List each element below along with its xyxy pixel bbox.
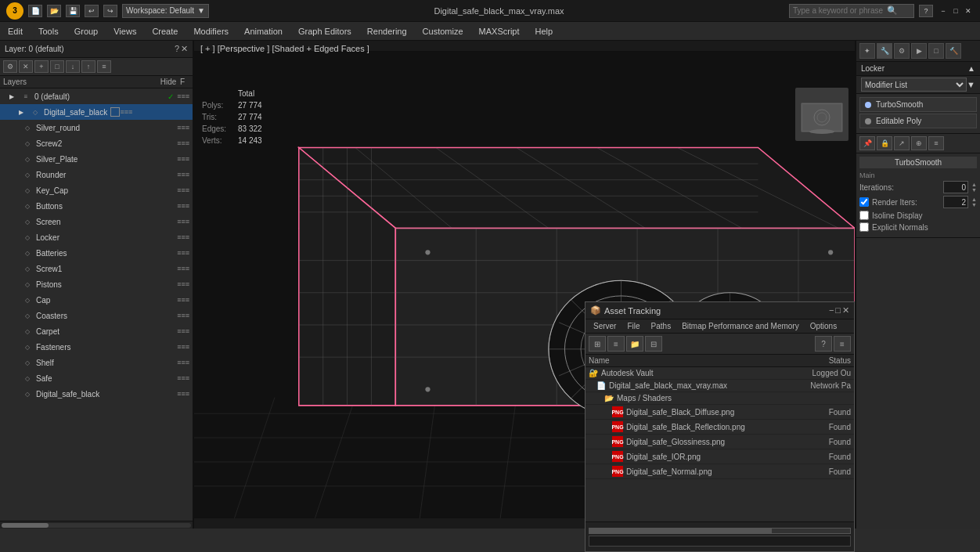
menu-modifiers[interactable]: Modifiers	[186, 24, 236, 38]
modifier-editablepoly[interactable]: Editable Poly	[859, 114, 977, 128]
menu-create[interactable]: Create	[144, 24, 186, 38]
asset-tb-grid[interactable]: ⊞	[589, 336, 606, 352]
asset-menu-file[interactable]: File	[622, 321, 644, 331]
menu-graph-editors[interactable]: Graph Editors	[290, 24, 359, 38]
layer-item[interactable]: ◇ Key_Cap ≡≡≡	[0, 182, 193, 198]
layer-item[interactable]: ◇ Fasteners ≡≡≡	[0, 339, 193, 355]
layer-item[interactable]: ◇ Batteries ≡≡≡	[0, 245, 193, 261]
scrollbar-thumb[interactable]	[2, 523, 49, 528]
asset-close-button[interactable]: ✕	[842, 305, 849, 316]
asset-maximize-button[interactable]: □	[835, 305, 841, 316]
layers-delete-button[interactable]: ✕	[19, 60, 33, 73]
ts-iterations-input[interactable]	[943, 181, 968, 193]
layer-item[interactable]: ◇ Digital_safe_black ≡≡≡	[0, 386, 193, 402]
create-icon[interactable]: ✦	[859, 43, 875, 59]
layer-item[interactable]: ◇ Screw1 ≡≡≡	[0, 261, 193, 276]
ts-up-arrow[interactable]: ▲	[971, 182, 977, 187]
mod-lock-button[interactable]: 🔒	[877, 136, 892, 150]
menu-edit[interactable]: Edit	[0, 24, 31, 38]
layers-move-up-button[interactable]: ↑	[81, 60, 95, 73]
search-bar[interactable]: 🔍	[789, 4, 914, 18]
modifier-list-select[interactable]: Modifier List	[861, 78, 967, 92]
ts-isoline-check[interactable]	[859, 211, 869, 220]
ts-renderiters-check[interactable]	[859, 197, 869, 207]
layer-item[interactable]: ◇ Buttons ≡≡≡	[0, 198, 193, 214]
ts-explicit-check[interactable]	[859, 222, 869, 232]
motion-icon[interactable]: ▶	[911, 43, 927, 59]
hierarchy-icon[interactable]: ⚙	[894, 43, 910, 59]
layers-move-button[interactable]: ↓	[66, 60, 80, 73]
menu-tools[interactable]: Tools	[31, 24, 67, 38]
layer-item[interactable]: ◇ Cap ≡≡≡	[0, 292, 193, 308]
layers-select-button[interactable]: □	[50, 60, 64, 73]
save-file-button[interactable]: 💾	[66, 5, 80, 17]
layer-item[interactable]: ◇ Rounder ≡≡≡	[0, 167, 193, 182]
asset-minimize-button[interactable]: −	[829, 305, 834, 316]
new-file-button[interactable]: 📄	[28, 5, 42, 17]
layer-item[interactable]: ◇ Screw2 ≡≡≡	[0, 135, 193, 151]
search-input[interactable]	[793, 6, 887, 15]
layer-item[interactable]: ◇ Coasters ≡≡≡	[0, 308, 193, 323]
undo-button[interactable]: ↩	[85, 5, 99, 17]
asset-tb-list[interactable]: ≡	[607, 336, 625, 352]
asset-menu-bitmap[interactable]: Bitmap Performance and Memory	[677, 321, 804, 331]
utilities-icon[interactable]: 🔨	[946, 43, 961, 59]
layer-item[interactable]: ▶ ◇ Digital_safe_black ≡≡≡	[0, 104, 193, 120]
asset-tb-folder[interactable]: 📁	[626, 336, 643, 352]
layers-add-button[interactable]: +	[34, 60, 49, 73]
ts-down-arrow[interactable]: ▼	[971, 202, 977, 207]
asset-tb-options[interactable]: ≡	[834, 336, 851, 352]
menu-help[interactable]: Help	[528, 24, 561, 38]
menu-animation[interactable]: Animation	[236, 24, 290, 38]
ts-up-arrow[interactable]: ▲	[971, 197, 977, 202]
layer-item[interactable]: ◇ Safe ≡≡≡	[0, 370, 193, 386]
maximize-button[interactable]: □	[950, 5, 961, 16]
menu-views[interactable]: Views	[106, 24, 144, 38]
asset-row[interactable]: 📄 Digital_safe_black_max_vray.max Networ…	[585, 380, 854, 392]
redo-button[interactable]: ↪	[103, 5, 117, 17]
asset-row[interactable]: PNG Digital_safe_Black_Diffuse.png Found	[585, 405, 854, 420]
layer-item[interactable]: ◇ Silver_round ≡≡≡	[0, 120, 193, 135]
layer-item[interactable]: ◇ Silver_Plate ≡≡≡	[0, 151, 193, 167]
mod-pin-button[interactable]: 📌	[859, 136, 875, 150]
workspace-dropdown[interactable]: Workspace: Default ▼	[122, 4, 209, 18]
layers-help-button[interactable]: ?	[175, 44, 179, 54]
asset-menu-paths[interactable]: Paths	[647, 321, 676, 331]
modifier-turbsmooth[interactable]: TurboSmooth	[859, 97, 977, 112]
layers-options-button[interactable]: ≡	[97, 60, 111, 73]
display-icon[interactable]: □	[928, 43, 944, 59]
asset-row[interactable]: PNG Digital_safe_Black_Reflection.png Fo…	[585, 420, 854, 435]
open-file-button[interactable]: 📂	[47, 5, 61, 17]
layers-close-button[interactable]: ✕	[181, 44, 188, 54]
help-button[interactable]: ?	[919, 5, 933, 17]
asset-menu-options[interactable]: Options	[805, 321, 841, 331]
asset-row[interactable]: 📂 Maps / Shaders	[585, 392, 854, 405]
mod-options-button[interactable]: ≡	[928, 136, 944, 150]
layer-item[interactable]: ◇ Screen ≡≡≡	[0, 214, 193, 229]
asset-tb-help[interactable]: ?	[815, 336, 832, 352]
asset-row[interactable]: PNG Digital_safe_Glossiness.png Found	[585, 435, 854, 449]
asset-menu-server[interactable]: Server	[589, 321, 621, 331]
ts-down-arrow[interactable]: ▼	[971, 187, 977, 193]
asset-tb-table[interactable]: ⊟	[645, 336, 662, 352]
layers-settings-button[interactable]: ⚙	[3, 60, 17, 73]
asset-row[interactable]: PNG Digital_safe_IOR.png Found	[585, 449, 854, 464]
menu-maxscript[interactable]: MAXScript	[471, 24, 528, 38]
menu-group[interactable]: Group	[67, 24, 106, 38]
menu-customize[interactable]: Customize	[415, 24, 471, 38]
layer-item[interactable]: ▶ ≡ 0 (default) ✓ ≡≡≡	[0, 88, 193, 104]
asset-row[interactable]: 🔐 Autodesk Vault Logged Ou	[585, 367, 854, 380]
menu-rendering[interactable]: Rendering	[359, 24, 415, 38]
layer-item[interactable]: ◇ Shelf ≡≡≡	[0, 355, 193, 370]
layers-scrollbar[interactable]	[0, 521, 193, 529]
modify-icon[interactable]: 🔧	[877, 43, 892, 59]
minimize-button[interactable]: −	[938, 5, 949, 16]
layer-item[interactable]: ◇ Locker ≡≡≡	[0, 229, 193, 245]
layer-item[interactable]: ◇ Carpet ≡≡≡	[0, 323, 193, 339]
mod-ref-button[interactable]: ↗	[894, 136, 910, 150]
layer-item[interactable]: ◇ Pistons ≡≡≡	[0, 276, 193, 292]
ts-renderiters-input[interactable]	[943, 196, 968, 208]
asset-row[interactable]: PNG Digital_safe_Normal.png Found	[585, 464, 854, 479]
mod-instance-button[interactable]: ⊕	[911, 136, 927, 150]
close-button[interactable]: ✕	[963, 5, 974, 16]
